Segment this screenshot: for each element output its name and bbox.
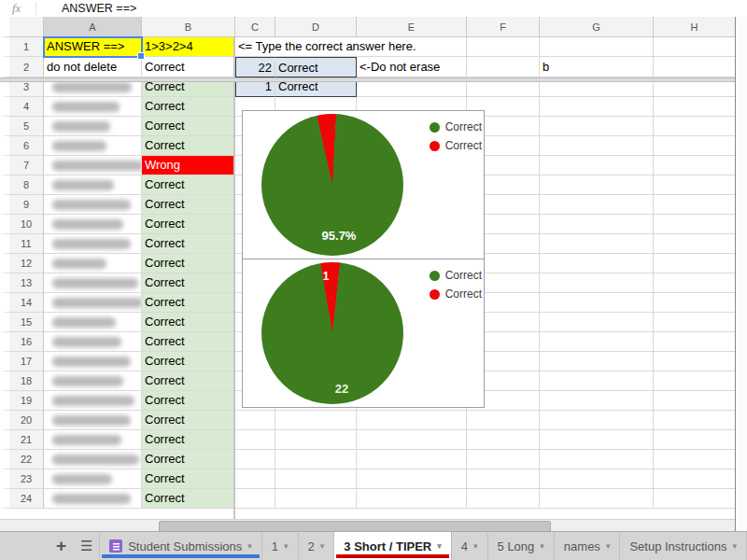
cell-H22[interactable] xyxy=(654,450,736,469)
cell-B17[interactable]: Correct xyxy=(142,352,235,371)
cell-B22[interactable]: Correct xyxy=(142,450,235,469)
cell-D20[interactable] xyxy=(275,411,357,430)
cell-A9[interactable] xyxy=(44,195,142,215)
row-header-6[interactable]: 6 xyxy=(0,136,44,156)
cell-G15[interactable] xyxy=(540,313,654,332)
cell-H23[interactable] xyxy=(654,469,736,489)
cell-C21[interactable] xyxy=(235,430,275,450)
sheet-tab-student-submissions[interactable]: Student Submissions▾ xyxy=(99,532,262,560)
cell-B8[interactable]: Correct xyxy=(142,175,235,195)
cell-A1[interactable]: ANSWER ==> xyxy=(44,37,142,57)
chevron-down-icon[interactable]: ▾ xyxy=(540,541,544,551)
cell-G16[interactable] xyxy=(540,332,654,352)
cell-E23[interactable] xyxy=(357,469,467,489)
cell-H18[interactable] xyxy=(654,371,736,391)
cell-B23[interactable]: Correct xyxy=(142,469,235,489)
cell-A17[interactable] xyxy=(44,352,142,371)
cell-H13[interactable] xyxy=(654,273,736,293)
cell-H15[interactable] xyxy=(654,313,736,332)
cell-E24[interactable] xyxy=(357,489,467,509)
row-header-20[interactable]: 20 xyxy=(0,411,44,430)
row-header-15[interactable]: 15 xyxy=(0,313,44,332)
cell-C1-note[interactable]: <= Type the correct answer here. xyxy=(235,37,467,57)
chevron-down-icon[interactable]: ▾ xyxy=(247,541,252,551)
horizontal-scrollbar[interactable] xyxy=(0,519,736,532)
row-header-17[interactable]: 17 xyxy=(0,352,44,371)
cell-B15[interactable]: Correct xyxy=(142,313,235,332)
cell-G7[interactable] xyxy=(540,156,654,175)
cell-A12[interactable] xyxy=(44,254,142,273)
cell-A20[interactable] xyxy=(44,411,142,430)
cell-H9[interactable] xyxy=(654,195,736,215)
cell-A14[interactable] xyxy=(44,293,142,313)
row-header-8[interactable]: 8 xyxy=(0,175,44,195)
cell-B24[interactable]: Correct xyxy=(142,489,235,509)
row-header-21[interactable]: 21 xyxy=(0,430,44,450)
column-header-C[interactable]: C xyxy=(235,17,275,37)
row-header-24[interactable]: 24 xyxy=(0,489,44,509)
cell-H17[interactable] xyxy=(654,352,736,371)
chevron-down-icon[interactable]: ▾ xyxy=(284,541,289,551)
cell-H20[interactable] xyxy=(654,411,736,430)
cell-A21[interactable] xyxy=(44,430,142,450)
cell-F21[interactable] xyxy=(467,430,540,450)
cell-C2[interactable]: 22 xyxy=(235,57,275,77)
cell-H24[interactable] xyxy=(654,489,736,509)
cell-G10[interactable] xyxy=(540,215,654,234)
formula-bar-input[interactable]: ANSWER ==> xyxy=(62,2,136,15)
cell-G4[interactable] xyxy=(540,97,654,117)
cell-G18[interactable] xyxy=(540,371,654,391)
cell-G5[interactable] xyxy=(540,117,654,136)
sheet-tab-5-long[interactable]: 5 Long▾ xyxy=(488,532,555,560)
row-header-14[interactable]: 14 xyxy=(0,293,44,313)
cell-C20[interactable] xyxy=(235,411,275,430)
cell-G21[interactable] xyxy=(540,430,654,450)
cell-H10[interactable] xyxy=(654,215,736,234)
cell-B19[interactable]: Correct xyxy=(142,391,235,411)
sheet-tab-2[interactable]: 2▾ xyxy=(299,532,335,560)
cell-B7[interactable]: Wrong xyxy=(142,156,235,175)
sheet-tab-4[interactable]: 4▾ xyxy=(452,532,488,560)
cell-G8[interactable] xyxy=(540,175,654,195)
all-sheets-button[interactable]: ☰ xyxy=(74,532,99,560)
cell-G23[interactable] xyxy=(540,469,654,489)
cell-A8[interactable] xyxy=(44,175,142,195)
cell-H5[interactable] xyxy=(654,117,736,136)
row-header-18[interactable]: 18 xyxy=(0,371,44,391)
cell-F2[interactable] xyxy=(467,57,540,77)
cell-A4[interactable] xyxy=(44,97,142,117)
row-header-4[interactable]: 4 xyxy=(0,97,44,117)
cell-F22[interactable] xyxy=(467,450,540,469)
cell-A5[interactable] xyxy=(44,117,142,136)
cell-C22[interactable] xyxy=(235,450,275,469)
cell-H2[interactable] xyxy=(654,57,736,77)
cell-D24[interactable] xyxy=(275,489,357,509)
sheet-tab-3-short-tiper[interactable]: 3 Short / TIPER▾ xyxy=(334,532,451,560)
cell-B6[interactable]: Correct xyxy=(142,136,235,156)
cell-B21[interactable]: Correct xyxy=(142,430,235,450)
cell-G13[interactable] xyxy=(540,273,654,293)
pie-chart-1[interactable]: 95.7% Correct Correct xyxy=(242,110,485,259)
cell-A2[interactable]: do not delete xyxy=(44,57,142,77)
cell-B12[interactable]: Correct xyxy=(142,254,235,273)
row-header-16[interactable]: 16 xyxy=(0,332,44,352)
pie-chart-2[interactable]: 1 22 Correct Correct xyxy=(242,259,485,408)
cell-A11[interactable] xyxy=(44,234,142,254)
cell-B1[interactable]: 1>3>2>4 xyxy=(142,37,235,57)
cell-B2[interactable]: Correct xyxy=(142,57,235,77)
cell-B10[interactable]: Correct xyxy=(142,215,235,234)
column-header-F[interactable]: F xyxy=(467,17,540,37)
cell-A15[interactable] xyxy=(44,313,142,332)
cell-B4[interactable]: Correct xyxy=(142,97,235,117)
column-header-B[interactable]: B xyxy=(142,17,235,37)
row-header-10[interactable]: 10 xyxy=(0,215,44,234)
cell-D2[interactable]: Correct xyxy=(275,57,357,77)
sheet-tab-setup-instructions[interactable]: Setup Instructions▾ xyxy=(620,532,747,560)
row-header-19[interactable]: 19 xyxy=(0,391,44,411)
row-header-5[interactable]: 5 xyxy=(0,117,44,136)
cell-A7[interactable] xyxy=(44,156,142,175)
vertical-scrollbar[interactable] xyxy=(735,17,747,531)
sheet-tab-1[interactable]: 1▾ xyxy=(262,532,299,560)
cell-B20[interactable]: Correct xyxy=(142,411,235,430)
cell-G6[interactable] xyxy=(540,136,654,156)
